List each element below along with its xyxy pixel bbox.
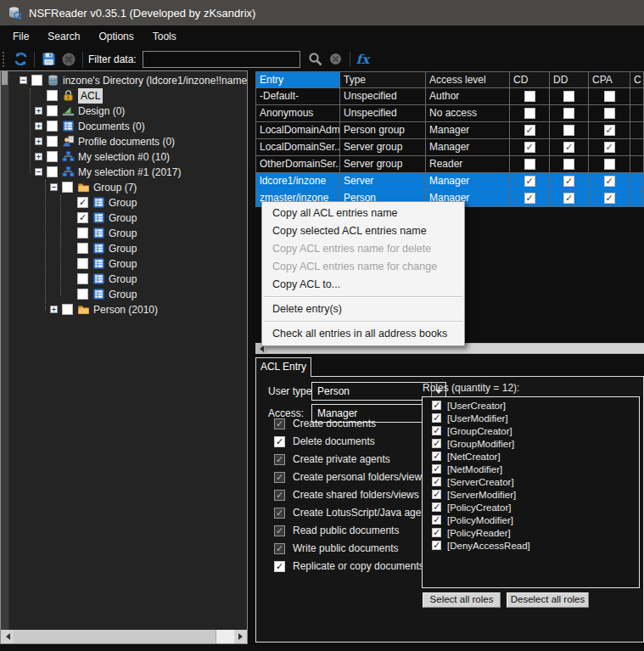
role-item[interactable]: [UserModifier]: [423, 412, 639, 424]
table-row[interactable]: AnonymousUnspecifiedNo access: [255, 105, 644, 122]
cell-dd-checkbox[interactable]: [550, 156, 589, 173]
role-item[interactable]: [PolicyReader]: [423, 526, 639, 539]
deselect-all-roles-button[interactable]: Deselect all roles: [507, 592, 589, 608]
checkbox[interactable]: [604, 108, 615, 119]
expand-icon[interactable]: +: [35, 122, 42, 130]
tree-item[interactable]: ACL: [9, 88, 247, 104]
checkbox[interactable]: [524, 91, 535, 102]
role-item[interactable]: [GroupCreator]: [423, 424, 639, 437]
checkbox[interactable]: [563, 142, 574, 153]
cell-cpa-checkbox[interactable]: [589, 156, 630, 173]
cell-cpa-checkbox[interactable]: [589, 88, 630, 105]
role-checkbox[interactable]: [432, 490, 441, 499]
tree-item-label[interactable]: Group: [109, 256, 137, 272]
checkbox[interactable]: [563, 108, 574, 119]
role-item[interactable]: [NetCreator]: [423, 450, 639, 463]
role-checkbox[interactable]: [432, 426, 441, 435]
role-checkbox[interactable]: [432, 413, 441, 423]
collapse-icon[interactable]: −: [35, 168, 42, 176]
cell-cd-checkbox[interactable]: [510, 122, 550, 139]
tree-item-label[interactable]: Group: [109, 241, 137, 256]
column-header-cpa[interactable]: CPA: [589, 71, 630, 88]
scrollbar-thumb[interactable]: [2, 71, 8, 85]
table-row[interactable]: ldcore1/inzoneServerManager: [255, 173, 644, 190]
column-header-cd[interactable]: CD: [510, 71, 550, 88]
menu-options[interactable]: Options: [89, 27, 143, 46]
tree-item-label[interactable]: Person (2010): [93, 302, 158, 317]
cell-dd-checkbox[interactable]: [550, 139, 589, 156]
role-item[interactable]: [PolicyModifier]: [423, 514, 639, 526]
tree-checkbox[interactable]: [47, 136, 58, 147]
cell-cpa-checkbox[interactable]: [589, 105, 630, 122]
context-menu-item[interactable]: Delete entry(s): [263, 300, 463, 318]
checkbox[interactable]: [604, 193, 615, 204]
context-menu-item[interactable]: Check all entries in all address books: [263, 325, 463, 343]
role-checkbox[interactable]: [432, 401, 441, 410]
column-header-access-level[interactable]: Access level: [426, 71, 510, 88]
cell-cd-checkbox[interactable]: [510, 190, 550, 207]
collapse-icon[interactable]: −: [20, 76, 27, 84]
fx-button[interactable]: fx: [354, 52, 372, 67]
tree-checkbox[interactable]: [77, 258, 88, 269]
role-item[interactable]: [DenyAccessRead]: [423, 539, 639, 552]
role-checkbox[interactable]: [432, 528, 441, 537]
cell-cd-checkbox[interactable]: [510, 156, 550, 173]
tree-item[interactable]: Group: [9, 241, 247, 256]
cell-cpa-checkbox[interactable]: [589, 139, 630, 156]
tree-item[interactable]: −My selection #1 (2017): [9, 165, 247, 180]
tree-checkbox[interactable]: [47, 166, 58, 177]
tree-checkbox[interactable]: [62, 182, 73, 193]
checkbox[interactable]: [563, 91, 574, 102]
tree-checkbox[interactable]: [47, 105, 58, 116]
tree-item-label[interactable]: Group (7): [93, 180, 137, 195]
cell-dd-checkbox[interactable]: [550, 190, 589, 207]
checkbox[interactable]: [563, 125, 574, 136]
tree-item[interactable]: Group: [9, 287, 247, 302]
tree-item[interactable]: Group: [9, 195, 247, 210]
role-item[interactable]: [UserCreator]: [423, 399, 639, 412]
tree-item[interactable]: Group: [9, 256, 247, 272]
checkbox[interactable]: [524, 108, 535, 119]
menu-search[interactable]: Search: [38, 27, 89, 46]
expand-icon[interactable]: +: [35, 107, 42, 115]
role-item[interactable]: [GroupModifier]: [423, 437, 639, 450]
tree-item[interactable]: Group: [9, 210, 247, 226]
cell-cd-checkbox[interactable]: [510, 105, 550, 122]
role-checkbox[interactable]: [432, 439, 441, 448]
cell-cpa-checkbox[interactable]: [589, 122, 630, 139]
menu-file[interactable]: File: [3, 27, 38, 46]
role-item[interactable]: [NetModifier]: [423, 463, 639, 475]
tree-item[interactable]: +Profile documents (0): [9, 134, 247, 149]
checkbox[interactable]: [604, 142, 615, 153]
checkbox[interactable]: [604, 159, 615, 170]
tree-checkbox[interactable]: [77, 289, 88, 300]
tree-item-label[interactable]: Group: [109, 195, 137, 210]
tree-checkbox[interactable]: [77, 212, 88, 223]
tree-item[interactable]: +Design (0): [9, 104, 247, 119]
checkbox[interactable]: [524, 159, 535, 170]
tree-item-label[interactable]: Design (0): [78, 104, 125, 119]
permission-checkbox[interactable]: [274, 561, 285, 572]
table-row[interactable]: -Default-UnspecifiedAuthor: [255, 88, 644, 105]
permission-row[interactable]: Replicate or copy documents: [266, 559, 424, 573]
cell-cd-checkbox[interactable]: [510, 173, 550, 190]
tree-item-label[interactable]: Group: [109, 210, 137, 226]
roles-listbox[interactable]: [UserCreator][UserModifier][GroupCreator…: [422, 396, 640, 588]
tree-item[interactable]: −Group (7): [9, 180, 247, 195]
checkbox[interactable]: [563, 176, 574, 187]
tree-item[interactable]: Group: [9, 226, 247, 241]
cell-cd-checkbox[interactable]: [510, 88, 550, 105]
menu-tools[interactable]: Tools: [143, 27, 186, 46]
cell-cpa-checkbox[interactable]: [589, 173, 630, 190]
role-item[interactable]: [PolicyCreator]: [423, 501, 639, 514]
tree-item[interactable]: +Person (2010): [9, 302, 247, 317]
role-item[interactable]: [ServerCreator]: [423, 475, 639, 488]
tree-checkbox[interactable]: [47, 151, 58, 162]
collapse-icon[interactable]: −: [50, 183, 58, 191]
table-row[interactable]: LocalDomainSer...Server groupManager: [255, 139, 644, 156]
tree-checkbox[interactable]: [77, 243, 88, 254]
permission-checkbox[interactable]: [274, 436, 285, 447]
role-checkbox[interactable]: [432, 464, 441, 474]
checkbox[interactable]: [563, 159, 574, 170]
tree-item[interactable]: Group: [9, 272, 247, 287]
